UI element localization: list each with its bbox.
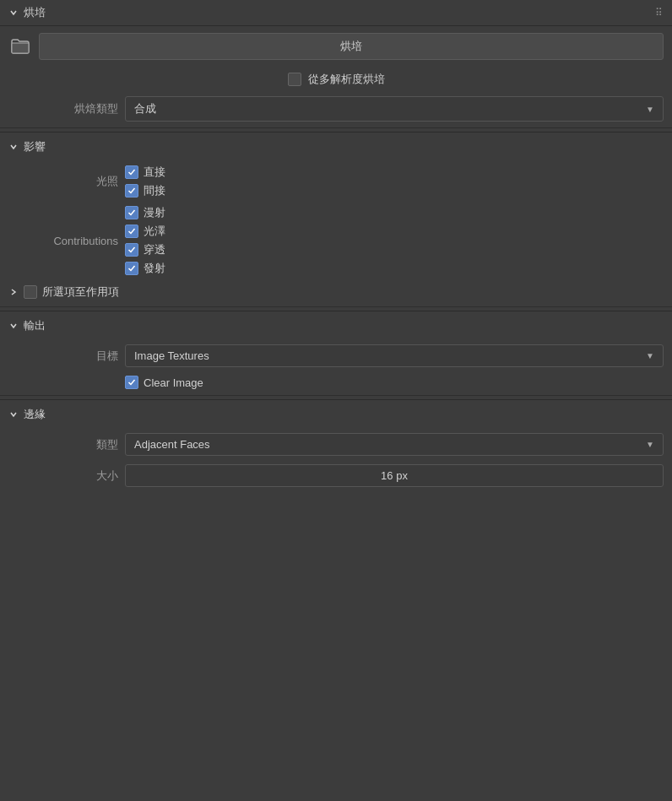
clear-image-checkbox[interactable] (125, 376, 138, 389)
lighting-label: 光照 (8, 174, 118, 189)
output-section-title: 輸出 (24, 318, 46, 333)
folder-icon[interactable] (8, 35, 32, 58)
bake-type-value: 合成 (134, 101, 156, 116)
panel-header: 烘培 ⠿ (0, 0, 672, 26)
multi-res-label: 從多解析度烘培 (308, 72, 385, 87)
bake-button-row: 烘培 (0, 26, 672, 67)
margin-section-title: 邊緣 (24, 407, 46, 422)
indirect-checkbox[interactable] (125, 184, 138, 198)
gloss-label: 光澤 (144, 224, 165, 239)
selected-active-checkbox[interactable] (24, 285, 37, 299)
diffuse-label: 漫射 (144, 205, 165, 220)
emission-row: 發射 (125, 261, 165, 276)
panel-title: 烘培 (24, 5, 46, 20)
gloss-checkbox[interactable] (125, 225, 138, 238)
header-left: 烘培 (8, 5, 46, 20)
multi-res-row: 從多解析度烘培 (0, 67, 672, 92)
target-control: Image Textures ▼ (125, 344, 664, 367)
transmission-checkbox[interactable] (125, 243, 138, 257)
target-value: Image Textures (134, 349, 209, 362)
margin-size-label: 大小 (8, 468, 118, 484)
clear-image-wrapper: Clear Image (125, 376, 664, 389)
direct-checkbox[interactable] (125, 165, 138, 179)
margin-type-arrow-icon: ▼ (646, 440, 654, 449)
lighting-row: 光照 直接 間接 (0, 161, 672, 202)
indirect-row: 間接 (125, 183, 165, 198)
output-section-header: 輸出 (0, 311, 672, 340)
margin-size-row: 大小 16 px (0, 460, 672, 491)
svg-rect-0 (12, 43, 29, 53)
target-dropdown[interactable]: Image Textures ▼ (125, 344, 664, 367)
bake-type-arrow-icon: ▼ (646, 105, 654, 114)
clear-image-row: Clear Image (0, 371, 672, 393)
indirect-label: 間接 (144, 183, 165, 198)
gloss-row: 光澤 (125, 224, 165, 239)
margin-type-dropdown[interactable]: Adjacent Faces ▼ (125, 433, 664, 456)
contributions-options: 漫射 光澤 穿透 發射 (125, 205, 165, 276)
margin-chevron-icon[interactable] (8, 409, 19, 419)
bake-button[interactable]: 烘培 (39, 33, 664, 60)
target-arrow-icon: ▼ (646, 351, 654, 360)
margin-size-value: 16 px (381, 469, 408, 482)
diffuse-row: 漫射 (125, 205, 165, 220)
margin-size-input[interactable]: 16 px (125, 464, 664, 487)
clear-image-control: Clear Image (125, 376, 664, 389)
lighting-options: 直接 間接 (125, 165, 165, 198)
diffuse-checkbox[interactable] (125, 206, 138, 219)
transmission-label: 穿透 (144, 242, 165, 257)
margin-type-control: Adjacent Faces ▼ (125, 433, 664, 456)
selected-active-label: 所選項至作用項 (42, 284, 119, 300)
emission-checkbox[interactable] (125, 262, 138, 275)
margin-type-value: Adjacent Faces (134, 438, 210, 451)
bake-type-dropdown[interactable]: 合成 ▼ (125, 96, 664, 122)
influence-chevron-icon[interactable] (8, 142, 19, 152)
influence-section-title: 影響 (24, 139, 46, 154)
direct-row: 直接 (125, 165, 165, 180)
margin-type-label: 類型 (8, 437, 118, 452)
transmission-row: 穿透 (125, 242, 165, 257)
divider-2 (0, 306, 672, 307)
bake-type-row: 烘焙類型 合成 ▼ (0, 92, 672, 126)
grid-dots-icon[interactable]: ⠿ (655, 7, 664, 19)
target-label: 目標 (8, 349, 118, 364)
bake-type-control: 合成 ▼ (125, 96, 664, 122)
clear-image-label: Clear Image (144, 376, 203, 389)
selected-active-chevron-icon[interactable] (8, 287, 19, 297)
direct-label: 直接 (144, 165, 165, 180)
bake-type-label: 烘焙類型 (8, 101, 118, 116)
selected-active-row: 所選項至作用項 (0, 279, 672, 305)
panel-chevron-icon[interactable] (8, 8, 19, 18)
margin-type-row: 類型 Adjacent Faces ▼ (0, 429, 672, 460)
margin-size-control: 16 px (125, 464, 664, 487)
divider-3 (0, 395, 672, 396)
emission-label: 發射 (144, 261, 165, 276)
contributions-label: Contributions (8, 235, 118, 247)
margin-section-header: 邊緣 (0, 399, 672, 429)
output-chevron-icon[interactable] (8, 321, 19, 331)
influence-section-header: 影響 (0, 132, 672, 161)
divider-1 (0, 127, 672, 128)
target-row: 目標 Image Textures ▼ (0, 340, 672, 371)
multi-res-checkbox[interactable] (288, 73, 301, 86)
bake-panel: 烘培 ⠿ 烘培 從多解析度烘培 烘焙類型 合成 ▼ (0, 0, 672, 525)
contributions-row: Contributions 漫射 光澤 穿透 (0, 202, 672, 279)
